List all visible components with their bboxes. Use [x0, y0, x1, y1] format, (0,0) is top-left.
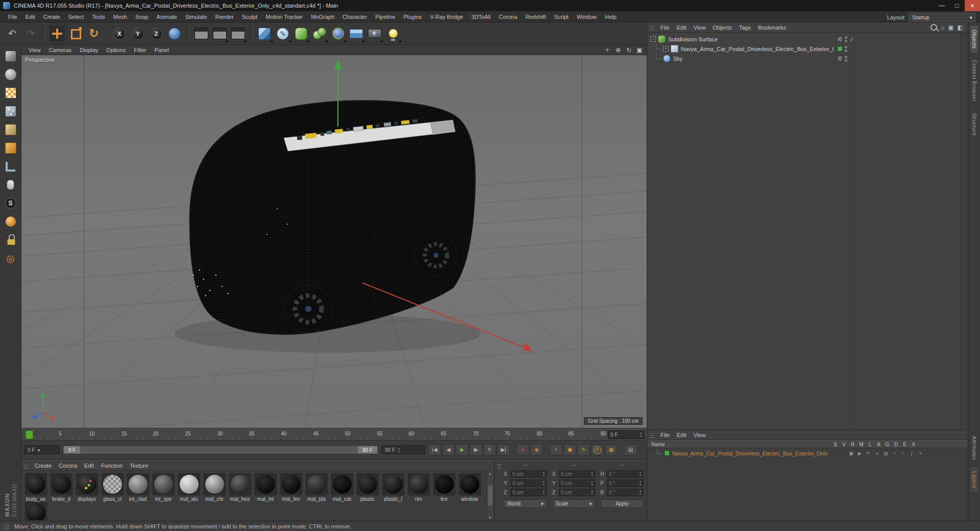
material-item[interactable]: rim [406, 473, 431, 502]
layer-column-header[interactable]: L [866, 442, 874, 447]
material-preview[interactable] [331, 473, 353, 495]
material-item[interactable]: int_clad [125, 473, 151, 502]
vertical-tab[interactable]: Attributes [970, 432, 978, 464]
object-label[interactable]: Sky [673, 56, 682, 62]
material-scrollbar[interactable]: ▲ ▼ [486, 471, 493, 520]
edge-mode-button[interactable] [3, 123, 18, 137]
render-settings-button[interactable] [229, 24, 247, 43]
menu-item[interactable]: Help [601, 14, 621, 20]
goto-start-button[interactable]: |◀ [428, 444, 441, 455]
render-cell-icon[interactable]: ▶ [855, 451, 864, 456]
menu-item[interactable]: Corona [495, 14, 521, 20]
goto-end-button[interactable]: ▶| [497, 444, 510, 455]
layer-menu-item[interactable]: View [690, 432, 709, 438]
viewport-menu-item[interactable]: Display [76, 47, 102, 53]
layer-chip[interactable] [837, 46, 843, 52]
material-preview[interactable] [25, 502, 47, 520]
panel-grip-icon[interactable] [650, 25, 654, 31]
key-parameter-toggle[interactable]: P [591, 444, 604, 455]
vertical-tab[interactable]: Objects [970, 26, 978, 53]
float-window-icon[interactable]: ▣ [948, 25, 953, 31]
menu-item[interactable]: Sculpt [238, 14, 262, 20]
size-y-field[interactable]: 0 cm▲▼ [559, 479, 596, 487]
xref-cell-icon[interactable]: × [916, 451, 925, 456]
toolbar-separator[interactable] [42, 26, 46, 41]
visibility-dots[interactable] [845, 56, 847, 62]
layer-column-header[interactable]: S [831, 442, 840, 447]
snap-toggle-button[interactable] [3, 196, 18, 210]
material-preview[interactable] [51, 473, 72, 495]
object-row-sky[interactable]: Sky [647, 54, 968, 63]
timeline-ruler[interactable]: 51015202530354045505560657075808590 0 F … [21, 429, 647, 441]
material-preview[interactable] [382, 473, 404, 495]
visibility-dots[interactable] [845, 36, 847, 42]
object-manager-menu-item[interactable]: View [690, 25, 709, 31]
layout-select[interactable]: Startup ▾ [909, 13, 976, 22]
viewport-menu-item[interactable]: View [24, 47, 45, 53]
material-preview[interactable] [459, 473, 481, 495]
layer-chip[interactable] [837, 36, 843, 42]
transport-gap[interactable] [544, 445, 549, 455]
layer-column-header[interactable]: R [848, 442, 857, 447]
material-preview[interactable] [433, 473, 455, 495]
material-item[interactable]: mat_int [253, 473, 278, 502]
world-select[interactable]: World▾ [504, 499, 547, 508]
deformers-cell-icon[interactable]: ~ [899, 451, 908, 456]
layer-column-header[interactable]: X [909, 442, 918, 447]
material-item[interactable]: mat_rub [329, 473, 355, 502]
object-row-subdivision-surface[interactable]: − Subdivision Surface ✓ [647, 34, 968, 44]
material-preview[interactable] [178, 473, 200, 495]
viewport-canvas[interactable]: Perspective Grid Spacing : 100 cm [21, 55, 647, 428]
scale-tool[interactable] [66, 24, 85, 43]
menu-item[interactable]: File [4, 14, 21, 20]
material-item[interactable]: tire [431, 473, 457, 502]
layer-chip[interactable] [837, 56, 843, 61]
scroll-down-icon[interactable]: ▼ [488, 516, 492, 519]
object-row-navya-bus[interactable]: + Navya_Arma_Car_Postal_Driverless_Elect… [647, 44, 968, 54]
minimize-button[interactable]: — [934, 0, 949, 11]
timeline-playhead[interactable] [26, 430, 33, 439]
toolbar-separator[interactable] [186, 26, 190, 41]
object-manager-menu-item[interactable]: Tags [736, 25, 754, 31]
object-manager-scrollbar[interactable] [961, 33, 968, 428]
menu-item[interactable]: Snap [131, 14, 153, 20]
panel-grip-icon[interactable] [497, 463, 501, 469]
home-icon[interactable]: ⌂ [941, 25, 944, 31]
range-start-handle[interactable]: 0 F [64, 446, 80, 453]
position-x-field[interactable]: 0 cm▲▼ [510, 470, 547, 478]
rotation-b-field[interactable]: 0 °▲▼ [607, 489, 644, 496]
layer-name[interactable]: Navya_Arma_Car_Postal_Driverless_Electri… [672, 450, 838, 456]
key-position-toggle[interactable]: + [550, 444, 562, 455]
transport-gap[interactable] [619, 445, 623, 455]
viewport-label[interactable]: Perspective [25, 57, 54, 63]
scroll-up-icon[interactable]: ▲ [488, 472, 492, 475]
material-menu-item[interactable]: Create [31, 463, 55, 469]
redo-button[interactable]: ↷ [21, 24, 40, 43]
rotation-column-header[interactable]: -- [600, 462, 644, 469]
next-frame-button[interactable]: ▶ [470, 444, 482, 455]
material-menu-item[interactable]: Edit [81, 463, 97, 469]
vertical-tab[interactable]: Layers [970, 467, 978, 492]
manager-cell-icon[interactable]: ✎ [864, 451, 873, 456]
material-preview[interactable] [408, 473, 430, 495]
material-preview[interactable] [204, 473, 226, 495]
solo-cell-icon[interactable]: · [838, 451, 847, 456]
menu-item[interactable]: Character [338, 14, 371, 20]
zoom-view-icon[interactable]: ⊕ [614, 46, 622, 54]
object-manager-menu-item[interactable]: Objects [709, 25, 735, 31]
object-label[interactable]: Navya_Arma_Car_Postal_Driverless_Electri… [681, 46, 834, 52]
position-y-field[interactable]: 0 cm▲▼ [510, 479, 547, 487]
dock-icon[interactable]: ◧ [958, 25, 963, 31]
material-preview[interactable] [229, 473, 251, 495]
layer-column-header[interactable]: G [883, 442, 892, 447]
menu-item[interactable]: Script [550, 14, 573, 20]
move-tool[interactable] [48, 24, 66, 43]
object-manager-menu-item[interactable]: Bookmarks [754, 25, 790, 31]
material-item[interactable]: mat_len [278, 473, 304, 502]
material-item[interactable]: brake_d [48, 473, 74, 502]
layer-column-header[interactable]: E [900, 442, 909, 447]
scale-select[interactable]: Scale▾ [552, 499, 596, 508]
mouse-input-button[interactable] [3, 178, 18, 192]
menu-item[interactable]: Edit [21, 14, 39, 20]
material-preview[interactable] [255, 473, 277, 495]
